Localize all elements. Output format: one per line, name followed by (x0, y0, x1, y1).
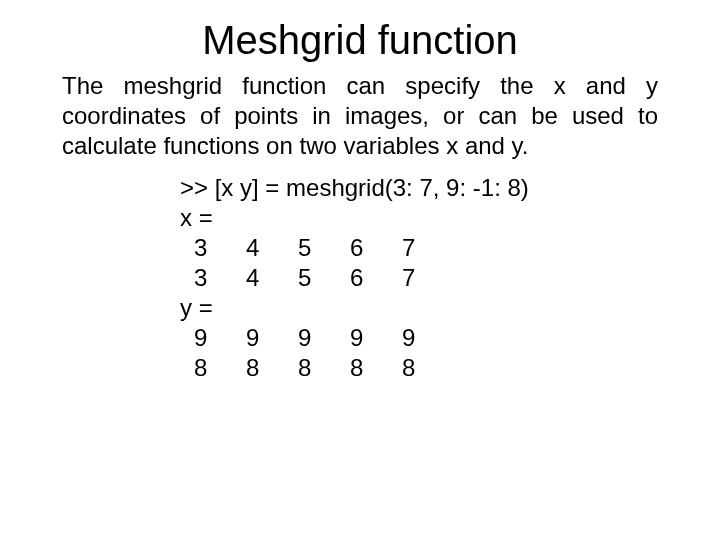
matrix-cell: 7 (402, 263, 454, 293)
slide-description: The meshgrid function can specify the x … (62, 71, 658, 161)
table-row: 3 4 5 6 7 (194, 233, 454, 263)
y-label: y = (180, 293, 658, 323)
table-row: 9 9 9 9 9 (194, 323, 454, 353)
matrix-cell: 5 (298, 263, 350, 293)
matrix-cell: 9 (298, 323, 350, 353)
slide: Meshgrid function The meshgrid function … (0, 0, 720, 540)
x-matrix: 3 4 5 6 7 3 4 5 6 7 (194, 233, 454, 293)
slide-title: Meshgrid function (62, 18, 658, 63)
matrix-cell: 5 (298, 233, 350, 263)
matrix-cell: 3 (194, 233, 246, 263)
matrix-cell: 6 (350, 263, 402, 293)
x-label: x = (180, 203, 658, 233)
matrix-cell: 8 (350, 353, 402, 383)
code-block: >> [x y] = meshgrid(3: 7, 9: -1: 8) x = … (180, 173, 658, 383)
matrix-cell: 8 (246, 353, 298, 383)
matrix-cell: 4 (246, 233, 298, 263)
table-row: 3 4 5 6 7 (194, 263, 454, 293)
matrix-cell: 8 (402, 353, 454, 383)
matrix-cell: 8 (298, 353, 350, 383)
matrix-cell: 4 (246, 263, 298, 293)
matrix-cell: 7 (402, 233, 454, 263)
code-command: >> [x y] = meshgrid(3: 7, 9: -1: 8) (180, 173, 658, 203)
matrix-cell: 9 (246, 323, 298, 353)
y-matrix: 9 9 9 9 9 8 8 8 8 8 (194, 323, 454, 383)
matrix-cell: 9 (194, 323, 246, 353)
matrix-cell: 9 (402, 323, 454, 353)
matrix-cell: 8 (194, 353, 246, 383)
table-row: 8 8 8 8 8 (194, 353, 454, 383)
matrix-cell: 6 (350, 233, 402, 263)
matrix-cell: 3 (194, 263, 246, 293)
matrix-cell: 9 (350, 323, 402, 353)
